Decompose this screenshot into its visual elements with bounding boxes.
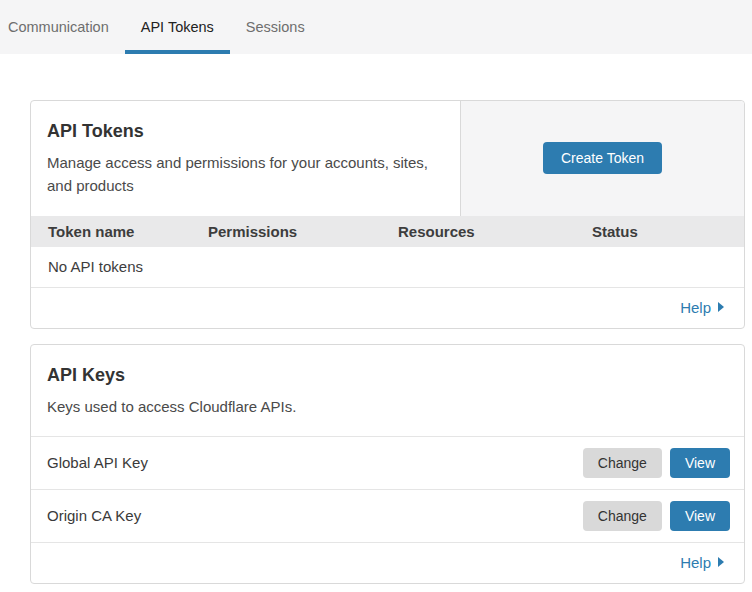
tokens-empty-row: No API tokens bbox=[31, 247, 744, 288]
origin-ca-key-view-button[interactable]: View bbox=[670, 501, 730, 531]
right-triangle-icon bbox=[718, 557, 724, 567]
api-keys-description: Keys used to access Cloudflare APIs. bbox=[47, 395, 447, 418]
api-tokens-description: Manage access and permissions for your a… bbox=[47, 151, 444, 198]
tokens-col-token-name: Token name bbox=[48, 223, 208, 240]
origin-ca-key-label: Origin CA Key bbox=[47, 507, 141, 524]
api-tokens-help-link[interactable]: Help bbox=[680, 299, 724, 316]
tokens-table-header: Token name Permissions Resources Status bbox=[31, 216, 744, 247]
api-keys-card-header: API Keys Keys used to access Cloudflare … bbox=[31, 345, 744, 437]
tab-sessions-label: Sessions bbox=[246, 19, 305, 35]
api-keys-card: API Keys Keys used to access Cloudflare … bbox=[30, 344, 745, 584]
origin-ca-key-actions: Change View bbox=[583, 501, 730, 531]
origin-ca-key-change-button[interactable]: Change bbox=[583, 501, 662, 531]
tokens-col-status: Status bbox=[592, 223, 744, 240]
right-triangle-icon bbox=[718, 302, 724, 312]
api-tokens-title: API Tokens bbox=[47, 121, 444, 142]
tokens-col-resources: Resources bbox=[398, 223, 592, 240]
global-api-key-view-button[interactable]: View bbox=[670, 448, 730, 478]
tab-bar: Communication API Tokens Sessions bbox=[0, 0, 752, 54]
api-tokens-help-label: Help bbox=[680, 299, 711, 316]
api-tokens-card-action-area: Create Token bbox=[460, 101, 744, 216]
origin-ca-key-row: Origin CA Key Change View bbox=[31, 490, 744, 543]
api-tokens-card-header-text: API Tokens Manage access and permissions… bbox=[31, 101, 460, 216]
tab-api-tokens[interactable]: API Tokens bbox=[125, 0, 230, 54]
tab-api-tokens-label: API Tokens bbox=[141, 19, 214, 35]
global-api-key-actions: Change View bbox=[583, 448, 730, 478]
api-keys-help-link[interactable]: Help bbox=[680, 554, 724, 571]
tab-sessions[interactable]: Sessions bbox=[230, 0, 321, 54]
global-api-key-row: Global API Key Change View bbox=[31, 437, 744, 490]
api-keys-help-label: Help bbox=[680, 554, 711, 571]
api-tokens-card-header: API Tokens Manage access and permissions… bbox=[31, 101, 744, 216]
api-keys-card-footer: Help bbox=[31, 543, 744, 583]
tokens-col-permissions: Permissions bbox=[208, 223, 398, 240]
global-api-key-label: Global API Key bbox=[47, 454, 148, 471]
api-tokens-card: API Tokens Manage access and permissions… bbox=[30, 100, 745, 329]
tab-communication-label: Communication bbox=[8, 19, 109, 35]
tab-communication[interactable]: Communication bbox=[8, 0, 125, 54]
global-api-key-change-button[interactable]: Change bbox=[583, 448, 662, 478]
api-keys-title: API Keys bbox=[47, 365, 728, 386]
api-tokens-card-footer: Help bbox=[31, 288, 744, 328]
tokens-empty-message: No API tokens bbox=[48, 258, 143, 275]
create-token-button[interactable]: Create Token bbox=[543, 142, 662, 174]
